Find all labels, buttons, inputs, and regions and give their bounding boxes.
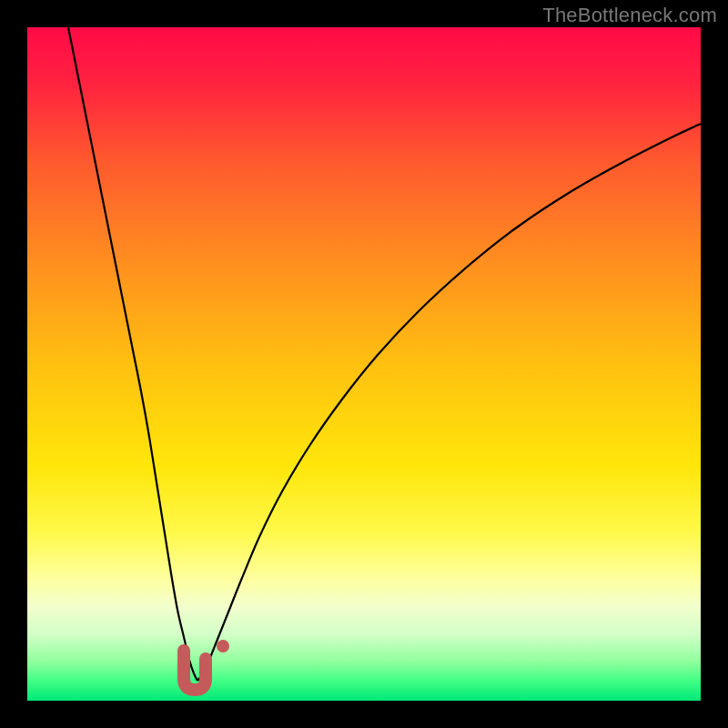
gradient-background [27,27,701,701]
chart-svg [27,27,701,701]
plot-area [27,27,701,701]
watermark-text: TheBottleneck.com [542,4,717,27]
dot-marker [217,640,229,652]
outer-frame: TheBottleneck.com [0,0,728,728]
